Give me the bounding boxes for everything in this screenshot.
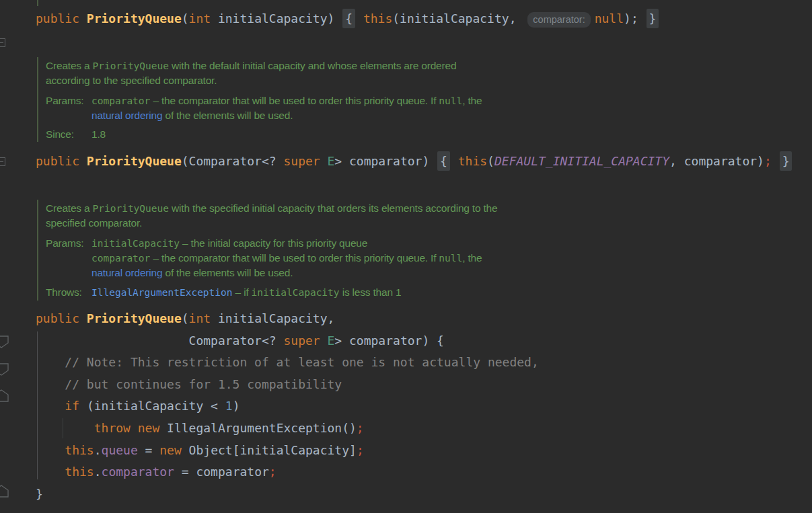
code-token-num: 1 (225, 399, 233, 413)
doc-text: – if (233, 286, 252, 298)
folded-brace[interactable]: } (647, 9, 659, 28)
code-token-pln: Object[initialCapacity] (182, 443, 357, 457)
doc-row: Params:initialCapacity – the initial cap… (46, 236, 812, 251)
code-token-typ: E (328, 154, 335, 168)
code-token-pln: ( (182, 311, 189, 325)
doc-text: comparator (91, 253, 150, 264)
doc-text: PriorityQueue (93, 61, 170, 71)
code-token-kw: super (283, 333, 320, 348)
code-token-typ: E (328, 333, 335, 348)
code-token-kw: this (65, 465, 94, 479)
code-token-decl: PriorityQueue (87, 154, 182, 168)
code-line[interactable]: // but continues for 1.5 compatibility (36, 373, 812, 395)
code-token-pln: (initialCapacity, (392, 11, 523, 26)
overriding-method-icon[interactable] (0, 389, 9, 403)
doc-section-label: Params: (46, 93, 91, 108)
doc-row: Throws:IllegalArgumentException – if ini… (46, 285, 812, 300)
doc-text: null (439, 253, 462, 264)
illegal-argument-exception-link[interactable]: IllegalArgumentException (91, 287, 233, 298)
code-token-decl: PriorityQueue (87, 311, 182, 325)
code-token-pln (320, 333, 328, 348)
doc-text: comparator (91, 95, 150, 106)
code-token-pln (36, 399, 65, 413)
natural-ordering-link[interactable]: natural ordering (91, 110, 162, 121)
code-line[interactable]: public PriorityQueue(int initialCapacity… (36, 307, 812, 329)
doc-row: Since:1.8 (46, 127, 812, 142)
code-token-pln: } (36, 487, 43, 501)
code-token-pln: initialCapacity, (211, 311, 334, 325)
doc-text: initialCapacity (252, 287, 340, 298)
code-token-pln: > comparator) (334, 154, 437, 168)
code-token-pln (451, 154, 458, 168)
doc-row: natural ordering of the elements will be… (46, 266, 812, 280)
code-line[interactable]: this.comparator = comparator; (36, 461, 812, 483)
overridden-method-icon[interactable] (0, 334, 9, 349)
doc-text: – the comparator that will be used to or… (150, 252, 439, 264)
code-line[interactable]: public PriorityQueue(int initialCapacity… (36, 7, 812, 30)
code-token-pln: = comparator (174, 465, 269, 479)
doc-text: null (439, 95, 462, 106)
doc-row: comparator – the comparator that will be… (46, 251, 812, 266)
code-line[interactable]: Comparator<? super E> comparator) { (36, 329, 812, 352)
code-token-pln: Comparator<? (36, 333, 283, 348)
code-token-kw: null (595, 11, 624, 26)
code-token-pln: , comparator) (669, 154, 764, 168)
doc-row: according to the specified comparator. (46, 73, 812, 88)
doc-section-label: Throws: (46, 285, 91, 300)
doc-text: – the comparator that will be used to or… (150, 95, 439, 106)
code-token-semi: ; (357, 443, 364, 457)
overridden-method-icon[interactable] (0, 362, 9, 377)
code-token-fld: queue (102, 443, 138, 457)
doc-text: is less than 1 (340, 286, 402, 298)
code-line[interactable]: throw new IllegalArgumentException(); (36, 417, 812, 439)
code-token-kw: int (189, 311, 211, 325)
code-token-cmt: // but continues for 1.5 compatibility (36, 377, 342, 391)
folded-brace[interactable]: { (342, 9, 355, 28)
code-line[interactable]: } (36, 483, 812, 505)
code-token-semi: ; (357, 421, 364, 435)
doc-row: specified comparator. (46, 216, 812, 231)
doc-row: Params:comparator – the comparator that … (46, 93, 812, 108)
doc-render-bar-top (37, 0, 38, 6)
code-token-pln (36, 421, 94, 435)
doc-text: initialCapacity (91, 238, 180, 249)
code-line[interactable]: public PriorityQueue(Comparator<? super … (36, 150, 812, 172)
code-token-kw: int (189, 11, 211, 26)
code-token-const: DEFAULT_INITIAL_CAPACITY (494, 154, 669, 168)
code-line[interactable]: if (initialCapacity < 1) (36, 395, 812, 417)
code-token-kw: public (36, 11, 87, 26)
doc-section-label: Since: (46, 127, 91, 142)
code-token-pln: ( (182, 11, 189, 26)
doc-text: of the elements will be used. (162, 110, 293, 121)
code-line[interactable]: // Note: This restriction of at least on… (36, 351, 812, 373)
natural-ordering-link[interactable]: natural ordering (91, 267, 162, 278)
code-token-pln: (initialCapacity < (79, 399, 225, 413)
code-token-pln: ) (233, 399, 240, 413)
code-token-pln: = (138, 443, 160, 457)
doc-text: with the specified initial capacity that… (169, 202, 497, 214)
overriding-method-icon[interactable] (0, 484, 9, 499)
folded-brace[interactable]: } (780, 151, 792, 171)
code-line[interactable]: this.queue = new Object[initialCapacity]… (36, 439, 812, 461)
doc-text: of the elements will be used. (162, 267, 293, 278)
fold-toggle[interactable] (0, 157, 5, 166)
code-token-kw: public (36, 154, 87, 168)
folded-brace[interactable]: { (437, 151, 450, 171)
doc-section-label: Params: (46, 236, 91, 251)
code-token-pln: ); (624, 11, 646, 26)
code-token-kw: if (65, 399, 79, 413)
code-token-pln: ( (487, 154, 494, 168)
doc-row: natural ordering of the elements will be… (46, 108, 812, 123)
code-token-pln (36, 465, 65, 479)
doc-text: Creates a (46, 60, 93, 71)
code-token-pln: . (94, 465, 102, 479)
code-token-kw: this (65, 443, 94, 457)
editor-pane: public PriorityQueue(int initialCapacity… (0, 0, 812, 513)
code-token-fld: comparator (102, 465, 174, 479)
fold-toggle[interactable] (0, 38, 5, 47)
parameter-name-hint: comparator: (527, 12, 590, 28)
code-token-pln: initialCapacity) (211, 11, 342, 26)
code-token-kw: new (138, 421, 160, 435)
code-token-kw: public (36, 311, 87, 325)
doc-text: , the (462, 95, 482, 106)
